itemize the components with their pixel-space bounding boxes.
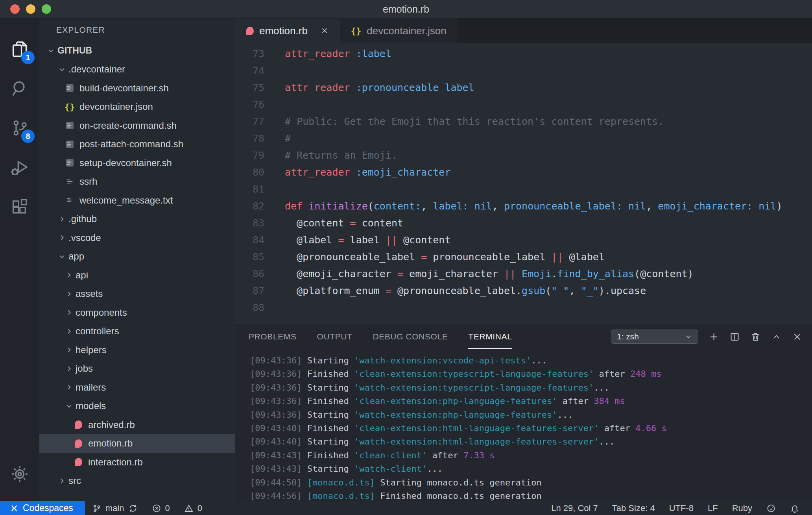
tree-item-emotion.rb[interactable]: emotion.rb xyxy=(39,434,235,453)
ruby-file-icon xyxy=(246,27,254,35)
tree-item-setup-devcontainer.sh[interactable]: setup-devcontainer.sh xyxy=(39,154,235,172)
status-error-count[interactable]: 0 xyxy=(145,501,177,515)
tree-item-controllers[interactable]: controllers xyxy=(39,322,235,341)
tree-item-on-create-command.sh[interactable]: on-create-command.sh xyxy=(39,116,235,135)
chevron-down-icon xyxy=(57,66,67,73)
tree-item-label: welcome_message.txt xyxy=(79,195,173,206)
tree-item-mailers[interactable]: mailers xyxy=(39,378,235,397)
terminal-token: Finished xyxy=(302,423,354,433)
panel-tab-output[interactable]: OUTPUT xyxy=(317,324,352,349)
tab-emotion.rb[interactable]: emotion.rb xyxy=(235,19,340,43)
terminal-token: after xyxy=(594,369,630,379)
new-terminal-button[interactable] xyxy=(709,332,719,342)
tree-item-api[interactable]: api xyxy=(39,266,235,285)
status-eol[interactable]: LF xyxy=(701,501,725,515)
status-branch[interactable]: main xyxy=(85,501,145,515)
smiley-icon xyxy=(766,504,776,513)
code-editor[interactable]: 73attr_reader :label7475attr_reader :pro… xyxy=(235,43,812,324)
terminal-token: ... xyxy=(594,383,609,393)
terminal-line: [09:43:43] Starting 'watch-client'... xyxy=(250,462,812,476)
code-token: , xyxy=(421,200,433,212)
tree-item-models[interactable]: models xyxy=(39,397,235,416)
kill-terminal-button[interactable] xyxy=(750,332,761,342)
terminal-output[interactable]: [09:43:36] Starting 'watch-extension:vsc… xyxy=(235,349,812,503)
terminal-token: Finished xyxy=(302,450,354,460)
code-token: @emoji_character xyxy=(285,268,397,280)
panel-tab-terminal[interactable]: TERMINAL xyxy=(468,324,512,349)
code-token: = xyxy=(397,268,403,280)
code-token: = xyxy=(386,285,391,296)
tree-item-.vscode[interactable]: .vscode xyxy=(39,228,235,247)
chevron-right-icon xyxy=(57,477,67,485)
chevron-right-icon xyxy=(64,365,74,372)
terminal-token: [09:43:36] xyxy=(250,410,302,420)
terminal-token xyxy=(302,478,307,487)
tree-item-welcome_message.txt[interactable]: welcome_message.txt xyxy=(39,191,235,210)
code-line: 78# xyxy=(235,130,812,147)
split-terminal-button[interactable] xyxy=(729,332,740,342)
activity-item-explorer[interactable]: 1 xyxy=(0,30,39,69)
tree-item-GITHUB[interactable]: GITHUB xyxy=(39,41,235,60)
tree-item-archived.rb[interactable]: archived.rb xyxy=(39,415,235,434)
status-tab-size[interactable]: Tab Size: 4 xyxy=(605,501,662,515)
status-notifications[interactable] xyxy=(783,501,806,515)
code-token: @label xyxy=(285,234,338,246)
code-token xyxy=(350,48,356,59)
activity-item-source-control[interactable]: 8 xyxy=(0,108,39,148)
status-language-mode[interactable]: Ruby xyxy=(725,501,759,515)
terminal-picker[interactable]: 1: zsh xyxy=(611,330,698,344)
status-feedback[interactable] xyxy=(759,501,783,515)
code-token: , xyxy=(492,200,504,212)
chevron-right-icon xyxy=(64,346,74,354)
tree-item-jobs[interactable]: jobs xyxy=(39,359,235,378)
line-number: 82 xyxy=(235,198,264,215)
maximize-panel-button[interactable] xyxy=(771,332,782,342)
code-token: :pronounceable_label xyxy=(356,82,474,93)
code-line: 73attr_reader :label xyxy=(235,45,812,62)
tree-item-assets[interactable]: assets xyxy=(39,285,235,304)
activity-item-run-debug[interactable] xyxy=(0,148,39,187)
code-token: @platform_enum xyxy=(285,285,386,296)
tree-item-.devcontainer[interactable]: .devcontainer xyxy=(39,60,235,79)
tree-item-build-devcontainer.sh[interactable]: build-devcontainer.sh xyxy=(39,79,235,98)
activity-item-settings[interactable] xyxy=(0,454,39,494)
code-token xyxy=(622,200,628,212)
close-tab-button[interactable] xyxy=(320,26,329,35)
tree-item-label: jobs xyxy=(76,363,93,374)
code-line: 86 @emoji_character = emoji_character ||… xyxy=(235,265,812,282)
extensions-icon xyxy=(10,197,29,216)
activity-item-extensions[interactable] xyxy=(0,187,39,226)
tree-item-helpers[interactable]: helpers xyxy=(39,341,235,359)
tree-item-.github[interactable]: .github xyxy=(39,210,235,229)
tree-item-app[interactable]: app xyxy=(39,247,235,266)
ruby-file-icon xyxy=(75,458,82,466)
status-tab-size-label: Tab Size: 4 xyxy=(612,503,655,513)
code-token: ( xyxy=(545,285,551,296)
terminal-token: [09:43:40] xyxy=(250,437,302,446)
code-token: gsub xyxy=(522,285,545,296)
activity-item-search[interactable] xyxy=(0,69,39,108)
status-warning-count[interactable]: 0 xyxy=(177,501,209,515)
panel-tab-debug-console[interactable]: DEBUG CONSOLE xyxy=(373,324,448,349)
tab-devcontainer.json[interactable]: {}devcontainer.json xyxy=(340,19,458,43)
tree-item-src[interactable]: src xyxy=(39,472,235,491)
code-token: nil xyxy=(628,200,646,212)
code-token: .upcase xyxy=(605,285,646,296)
panel-tab-problems[interactable]: PROBLEMS xyxy=(249,324,297,349)
close-panel-button[interactable] xyxy=(792,332,803,342)
tree-item-interaction.rb[interactable]: interaction.rb xyxy=(39,453,235,472)
status-cursor-position[interactable]: Ln 29, Col 7 xyxy=(544,501,605,515)
tree-item-label: assets xyxy=(76,288,103,299)
code-token: Emoji xyxy=(522,268,551,280)
tree-item-components[interactable]: components xyxy=(39,303,235,322)
terminal-token: 4.66 s xyxy=(635,423,666,433)
tree-item-ssrh[interactable]: ssrh xyxy=(39,172,235,191)
tree-item-devcontainer.json[interactable]: {}devcontainer.json xyxy=(39,98,235,117)
status-codespaces[interactable]: Codespaces xyxy=(0,501,85,515)
code-token: label: xyxy=(433,200,468,212)
tree-item-post-attach-command.sh[interactable]: post-attach-command.sh xyxy=(39,135,235,154)
chevron-down-icon xyxy=(64,402,74,410)
tree-item-label: on-create-command.sh xyxy=(79,120,177,131)
code-token: @pronounceable_label xyxy=(285,251,421,263)
status-encoding[interactable]: UTF-8 xyxy=(662,501,701,515)
